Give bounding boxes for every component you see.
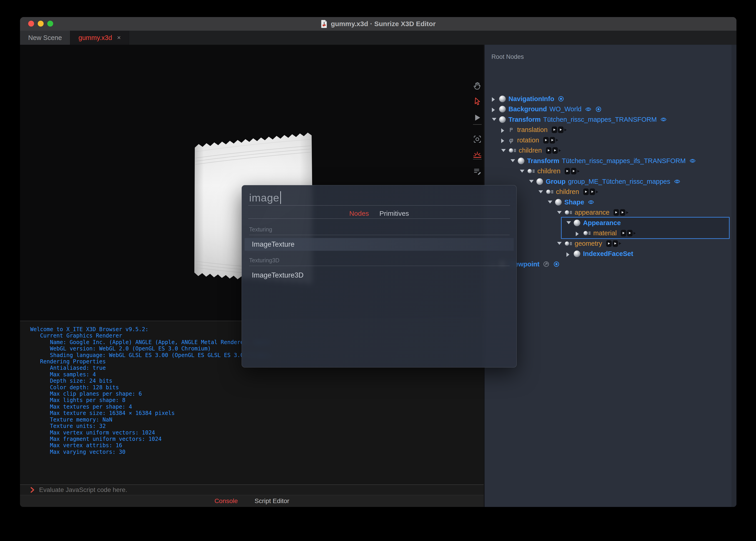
expand-arrow-icon[interactable] xyxy=(491,96,496,101)
list-pencil-icon xyxy=(473,167,482,176)
dialog-divider xyxy=(248,205,510,206)
node-type-label: NavigationInfo xyxy=(508,95,554,103)
node-def-name: Tütchen_rissc_mappes_ifs_TRANSFORM xyxy=(562,157,686,165)
collapse-arrow-icon[interactable] xyxy=(519,169,524,174)
panel-scroll-gutter[interactable] xyxy=(731,45,736,507)
field-name-label: rotation xyxy=(517,137,539,144)
dialog-result-imagetexture3d[interactable]: ImageTexture3D xyxy=(245,269,514,281)
play-icon xyxy=(473,113,482,122)
js-eval-input[interactable] xyxy=(39,486,402,494)
route-icons[interactable] xyxy=(565,168,580,175)
title-bar: gummy.x3d · Sunrize X3D Editor xyxy=(20,17,736,31)
zoom-window-button[interactable] xyxy=(47,21,53,27)
node-sphere-icon xyxy=(574,220,580,226)
expand-arrow-icon[interactable] xyxy=(575,231,580,236)
dialog-results: TexturingImageTextureTexturing3DImageTex… xyxy=(242,220,516,365)
minimize-window-button[interactable] xyxy=(38,21,44,27)
sunrise-icon xyxy=(473,150,482,160)
pan-tool-button[interactable] xyxy=(472,81,483,91)
edit-tool-icon[interactable] xyxy=(543,261,550,268)
tree-row-transform[interactable]: TransformTütchen_rissc_mappes_TRANSFORM xyxy=(491,115,667,125)
script-panel-button[interactable] xyxy=(472,166,483,177)
dialog-tab-nodes[interactable]: Nodes xyxy=(349,210,369,217)
bind-target-icon[interactable] xyxy=(595,106,602,113)
route-icons[interactable] xyxy=(552,127,567,133)
visibility-eye-icon[interactable] xyxy=(674,178,681,185)
close-window-button[interactable] xyxy=(28,21,34,27)
dialog-tabs: NodesPrimitives xyxy=(242,209,516,219)
route-icons[interactable] xyxy=(621,230,636,237)
field-name-label: children xyxy=(556,188,579,196)
node-sphere-icon xyxy=(499,96,506,102)
node-type-label: IndexedFaceSet xyxy=(583,250,633,258)
route-icons[interactable] xyxy=(613,209,628,216)
tab-gummy-x3d[interactable]: gummy.x3d× xyxy=(70,31,129,45)
tree-row-children[interactable]: children xyxy=(491,146,561,156)
visibility-eye-icon[interactable] xyxy=(689,157,696,164)
node-def-name: WO_World xyxy=(549,105,581,113)
route-icons[interactable] xyxy=(543,137,558,144)
node-sphere-icon xyxy=(499,116,506,123)
node-sphere-icon xyxy=(574,251,580,257)
expand-arrow-icon[interactable] xyxy=(566,252,571,257)
collapse-arrow-icon[interactable] xyxy=(566,220,571,225)
field-name-label: children xyxy=(519,147,542,154)
node-type-label: Background xyxy=(508,105,547,113)
window-title: gummy.x3d · Sunrize X3D Editor xyxy=(331,20,436,28)
hand-icon xyxy=(473,81,482,91)
collapse-arrow-icon[interactable] xyxy=(557,241,562,246)
dialog-divider xyxy=(248,219,510,219)
visibility-eye-icon[interactable] xyxy=(660,116,667,123)
visibility-eye-icon[interactable] xyxy=(585,106,592,113)
tree-row-transform[interactable]: TransformTütchen_rissc_mappes_ifs_TRANSF… xyxy=(491,156,696,166)
expand-arrow-icon[interactable] xyxy=(501,127,506,132)
field-name-label: children xyxy=(537,167,561,175)
footer-tab-script-editor[interactable]: Script Editor xyxy=(255,497,289,505)
tree-row-translation[interactable]: translation xyxy=(491,125,567,135)
route-icons[interactable] xyxy=(606,240,621,247)
outline-editor-panel: Root Nodes NavigationInfoBackgroundWO_Wo… xyxy=(484,45,736,507)
collapse-arrow-icon[interactable] xyxy=(491,117,496,122)
bind-target-icon[interactable] xyxy=(558,95,564,102)
collapse-arrow-icon[interactable] xyxy=(510,158,515,163)
console-log: Welcome to X_ITE X3D Browser v9.5.2: Cur… xyxy=(30,326,270,455)
dialog-result-imagetexture[interactable]: ImageTexture xyxy=(245,238,514,251)
visibility-eye-icon[interactable] xyxy=(588,199,594,206)
environment-light-button[interactable] xyxy=(472,150,483,160)
node-type-label: Shape xyxy=(564,199,584,206)
select-tool-button[interactable] xyxy=(472,96,483,107)
expand-arrow-icon[interactable] xyxy=(491,107,496,112)
field-name-label: material xyxy=(593,230,617,237)
bind-target-icon[interactable] xyxy=(553,261,560,268)
footer-tab-console[interactable]: Console xyxy=(214,497,238,505)
node-type-label: Transform xyxy=(527,157,559,165)
snapshot-button[interactable] xyxy=(472,134,483,145)
collapse-arrow-icon[interactable] xyxy=(501,148,506,153)
tree-row-children[interactable]: children xyxy=(491,166,580,176)
js-prompt-row xyxy=(20,484,484,495)
tree-row-background[interactable]: BackgroundWO_World xyxy=(491,104,602,114)
collapse-arrow-icon[interactable] xyxy=(547,200,552,205)
tree-row-navigationinfo[interactable]: NavigationInfo xyxy=(491,94,564,104)
tab-label: gummy.x3d xyxy=(78,34,112,42)
dialog-tab-primitives[interactable]: Primitives xyxy=(379,210,409,217)
play-button[interactable] xyxy=(472,112,483,123)
tree-row-group[interactable]: Groupgroup_ME_Tütchen_rissc_mappes xyxy=(491,177,681,187)
tab-new-scene[interactable]: New Scene xyxy=(20,31,70,45)
expand-arrow-icon[interactable] xyxy=(501,138,506,143)
node-sphere-icon xyxy=(499,106,506,112)
collapse-arrow-icon[interactable] xyxy=(557,210,562,215)
node-field-icon xyxy=(546,190,553,194)
tree-row-rotation[interactable]: φrotation xyxy=(491,135,558,145)
route-icons[interactable] xyxy=(583,189,598,195)
tab-bar: New Scenegummy.x3d× xyxy=(20,31,736,45)
document-icon xyxy=(321,20,328,28)
node-search-input[interactable]: image xyxy=(249,191,281,204)
close-tab-icon[interactable]: × xyxy=(117,34,121,41)
node-field-icon xyxy=(528,169,535,173)
collapse-arrow-icon[interactable] xyxy=(529,179,534,184)
node-field-icon xyxy=(565,242,572,246)
route-icons[interactable] xyxy=(546,147,561,154)
add-node-dialog: image NodesPrimitives TexturingImageText… xyxy=(242,185,517,367)
collapse-arrow-icon[interactable] xyxy=(538,190,543,195)
